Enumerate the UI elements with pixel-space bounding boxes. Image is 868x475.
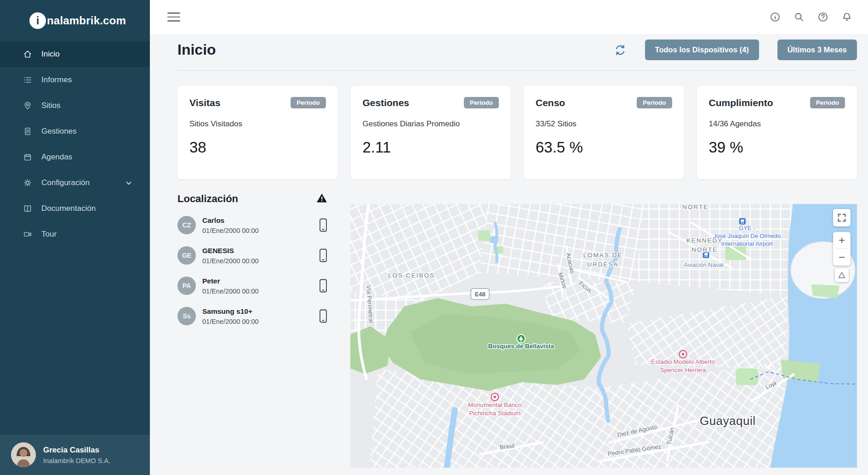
- device-timestamp: 01/Ene/2000 00:00: [202, 227, 259, 234]
- topbar: [150, 0, 868, 34]
- map-label: Monumental Banco: [468, 401, 521, 408]
- device-timestamp: 01/Ene/2000 00:00: [202, 318, 259, 325]
- hamburger-menu-icon[interactable]: [167, 10, 180, 24]
- gear-icon: [23, 178, 33, 188]
- document-icon: [23, 126, 33, 136]
- device-name: GENESIS: [202, 247, 259, 255]
- sidebar-item-label: Configuración: [41, 178, 90, 187]
- card-title: Visitas: [189, 97, 220, 108]
- fullscreen-button[interactable]: [833, 209, 851, 226]
- sidebar-item-agendas[interactable]: Agendas: [0, 144, 150, 170]
- phone-icon[interactable]: [319, 279, 327, 293]
- user-profile[interactable]: Grecia Casillas Inalambrik DEMO S.A.: [0, 435, 150, 475]
- device-timestamp: 01/Ene/2000 00:00: [202, 257, 259, 265]
- park-marker[interactable]: [517, 334, 525, 343]
- phone-icon[interactable]: [319, 218, 327, 232]
- card-title: Censo: [536, 97, 565, 108]
- app-root: i nalambrik.com Inicio Informes Sitios G…: [0, 0, 868, 475]
- page-content: Inicio Todos los Dispositivos (4) Último…: [150, 34, 868, 475]
- route-shield-e48: E48: [471, 288, 489, 300]
- device-list: CZ Carlos 01/Ene/2000 00:00 GE GENESIS: [177, 216, 334, 325]
- map-label: International Airport: [721, 240, 773, 247]
- card-title: Cumplimiento: [709, 97, 773, 108]
- book-icon: [23, 204, 33, 214]
- header-divider: [177, 70, 857, 71]
- help-icon[interactable]: [817, 11, 828, 23]
- sidebar-item-sitios[interactable]: Sitios: [0, 93, 150, 119]
- map-label: Spencer Herrera: [660, 367, 706, 373]
- card-cumplimiento: Cumplimiento Periodo 14/36 Agendas 39 %: [697, 86, 857, 179]
- map-label: LOS CEIBOS: [388, 272, 435, 279]
- zoom-control: + −: [833, 232, 851, 266]
- user-name: Grecia Casillas: [43, 446, 110, 455]
- card-gestiones: Gestiones Periodo Gestiones Diarias Prom…: [351, 86, 511, 179]
- refresh-icon[interactable]: [614, 44, 627, 57]
- kpi-cards: Visitas Periodo Sitios Visitados 38 Gest…: [177, 86, 857, 179]
- card-subtitle: 14/36 Agendas: [709, 119, 845, 129]
- user-organization: Inalambrik DEMO S.A.: [43, 457, 110, 464]
- period-badge: Periodo: [291, 97, 326, 108]
- stadium-marker[interactable]: [491, 393, 498, 401]
- device-avatar: CZ: [177, 216, 196, 234]
- svg-text:E48: E48: [475, 291, 485, 298]
- period-badge: Periodo: [464, 97, 499, 108]
- device-name: Peter: [202, 277, 259, 285]
- sidebar-item-informes[interactable]: Informes: [0, 67, 150, 93]
- sidebar-item-tour[interactable]: Tour: [0, 221, 150, 247]
- zoom-out-button[interactable]: −: [833, 249, 851, 266]
- tilt-button[interactable]: [835, 268, 849, 282]
- home-icon: [23, 49, 33, 59]
- card-subtitle: 33/52 Sitios: [536, 119, 672, 129]
- logo-text: nalambrik.com: [47, 14, 126, 27]
- page-title: Inicio: [177, 41, 216, 58]
- sidebar: i nalambrik.com Inicio Informes Sitios G…: [0, 0, 150, 475]
- map-label: GYE -: [739, 225, 755, 232]
- calendar-icon: [23, 152, 33, 162]
- map-label: José Joaquín De Olmedo: [713, 232, 781, 239]
- card-title: Gestiones: [363, 97, 410, 108]
- logo-icon: i: [29, 12, 46, 29]
- device-avatar: PA: [177, 277, 196, 295]
- device-row[interactable]: Ss Samsung s10+ 01/Ene/2000 00:00: [177, 307, 334, 325]
- device-name: Samsung s10+: [202, 307, 259, 316]
- device-row[interactable]: GE GENESIS 01/Ene/2000 00:00: [177, 246, 334, 265]
- sidebar-item-label: Documentación: [41, 204, 96, 213]
- zoom-in-button[interactable]: +: [833, 232, 851, 249]
- device-row[interactable]: CZ Carlos 01/Ene/2000 00:00: [177, 216, 334, 234]
- stadium-marker[interactable]: [680, 351, 687, 358]
- sidebar-item-inicio[interactable]: Inicio: [0, 41, 150, 67]
- sidebar-menu: Inicio Informes Sitios Gestiones Agendas…: [0, 41, 150, 247]
- localization-title: Localización: [177, 193, 238, 205]
- transit-icon: [739, 218, 746, 225]
- app-logo: i nalambrik.com: [0, 0, 150, 41]
- map-label: LOMAS DE: [583, 252, 623, 259]
- search-icon[interactable]: [794, 11, 805, 23]
- map-canvas: E48 NORTE KENNEDY NORTE LOMAS DE URDESA …: [350, 204, 857, 468]
- device-row[interactable]: PA Peter 01/Ene/2000 00:00: [177, 277, 334, 295]
- sidebar-item-label: Tour: [41, 230, 57, 239]
- user-avatar: [11, 442, 36, 467]
- map[interactable]: E48 NORTE KENNEDY NORTE LOMAS DE URDESA …: [350, 204, 857, 468]
- location-pin-icon: [23, 101, 33, 111]
- phone-icon[interactable]: [319, 249, 327, 262]
- sidebar-item-configuracion[interactable]: Configuración: [0, 170, 150, 196]
- sidebar-item-gestiones[interactable]: Gestiones: [0, 119, 150, 144]
- chevron-down-icon: [126, 178, 131, 187]
- bell-icon[interactable]: [841, 11, 852, 23]
- card-visitas: Visitas Periodo Sitios Visitados 38: [177, 86, 338, 179]
- sidebar-item-label: Inicio: [41, 50, 60, 59]
- localization-panel: Localización CZ Carlos 01/Ene/2000 00:00: [177, 193, 334, 468]
- map-label: Estadio Modelo Alberto: [651, 358, 715, 365]
- video-camera-icon: [23, 229, 33, 239]
- phone-icon[interactable]: [319, 309, 327, 323]
- warning-icon[interactable]: [316, 193, 327, 205]
- info-icon[interactable]: [770, 11, 781, 23]
- card-value: 39 %: [709, 139, 845, 156]
- device-avatar: GE: [177, 246, 196, 265]
- card-value: 63.5 %: [536, 139, 672, 156]
- period-filter-button[interactable]: Últimos 3 Meses: [777, 40, 857, 60]
- sidebar-item-documentacion[interactable]: Documentación: [0, 196, 150, 221]
- period-badge: Periodo: [637, 97, 672, 108]
- sidebar-item-label: Informes: [41, 75, 72, 85]
- devices-filter-button[interactable]: Todos los Dispositivos (4): [645, 40, 759, 60]
